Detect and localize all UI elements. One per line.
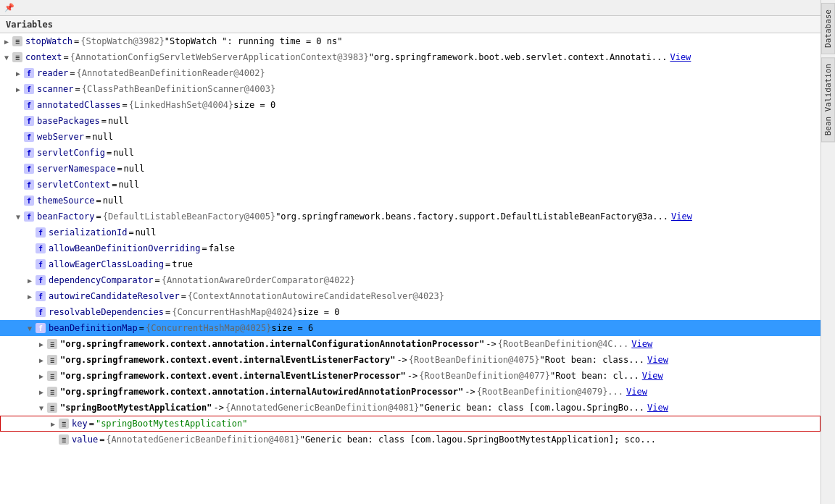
var-name: reader — [37, 68, 68, 78]
view-link[interactable]: View — [647, 403, 668, 413]
var-ref: {ConcurrentHashMap@4024} — [172, 307, 297, 317]
main-content: 📌 Variables ▶≡stopWatch = {StopWatch@398… — [0, 0, 821, 504]
var-eq: = — [64, 52, 69, 62]
table-row[interactable]: fbasePackages = null — [0, 113, 821, 129]
var-eq: -> — [486, 339, 496, 349]
var-value: "org.springframework.boot.web.servlet.co… — [369, 52, 668, 62]
table-row[interactable]: ▶≡"org.springframework.context.event.int… — [0, 368, 821, 384]
var-eq: = — [139, 323, 144, 333]
var-ref: {AnnotatedGenericBeanDefinition@4081} — [106, 434, 299, 445]
type-badge-box: ≡ — [47, 339, 57, 349]
expand-button[interactable]: ▶ — [24, 274, 36, 286]
table-row[interactable]: ▶≡"org.springframework.context.annotatio… — [0, 336, 821, 352]
type-badge-f: f — [24, 116, 34, 126]
expand-button[interactable]: ▼ — [24, 322, 36, 334]
expand-button[interactable]: ▶ — [1, 35, 12, 47]
var-eq: = — [165, 259, 170, 269]
var-eq: = — [117, 164, 122, 174]
view-link[interactable]: View — [670, 52, 691, 62]
table-row[interactable]: fserializationId = null — [0, 224, 821, 240]
table-row[interactable]: ▼≡"springBootMytestApplication" -> {Anno… — [0, 400, 821, 416]
expand-button[interactable]: ▼ — [12, 211, 24, 222]
expand-button[interactable]: ▶ — [36, 370, 47, 382]
var-name: annotatedClasses — [37, 100, 121, 110]
type-badge-box: ≡ — [12, 52, 22, 62]
var-value: size = 0 — [233, 100, 275, 110]
sidebar-tab-bean-validation[interactable]: Bean Validation — [821, 57, 835, 142]
var-value: null — [124, 164, 145, 174]
expand-button[interactable]: ▼ — [36, 402, 47, 413]
var-eq: = — [96, 211, 101, 222]
var-name: "org.springframework.context.annotation.… — [60, 339, 484, 349]
panel-title: Variables — [6, 20, 53, 30]
var-ref: {DefaultListableBeanFactory@4005} — [103, 211, 275, 222]
table-row[interactable]: fwebServer = null — [0, 129, 821, 145]
table-row[interactable]: ▼≡context = {AnnotationConfigServletWebS… — [0, 49, 821, 65]
table-row[interactable]: ▶≡"org.springframework.context.annotatio… — [0, 384, 821, 400]
type-badge-f: f — [36, 227, 46, 238]
type-badge-f: f — [24, 132, 34, 142]
view-link[interactable]: View — [647, 355, 668, 365]
var-ref: {AnnotationConfigServletWebServerApplica… — [70, 52, 369, 62]
expand-button[interactable]: ▼ — [1, 51, 12, 63]
table-row[interactable]: ▼fbeanFactory = {DefaultListableBeanFact… — [0, 209, 821, 224]
var-name: "org.springframework.context.annotation.… — [60, 387, 463, 397]
table-row[interactable]: fservletContext = null — [0, 177, 821, 193]
expand-button[interactable]: ▶ — [36, 338, 47, 350]
view-link[interactable]: View — [642, 371, 663, 381]
table-row[interactable]: ▶fscanner = {ClassPathBeanDefinitionScan… — [0, 81, 821, 97]
view-link[interactable]: View — [626, 387, 647, 397]
table-row[interactable]: fannotatedClasses = {LinkedHashSet@4004}… — [0, 97, 821, 113]
expand-button[interactable]: ▶ — [12, 67, 24, 79]
table-row[interactable]: ▶≡stopWatch = {StopWatch@3982} "StopWatc… — [0, 33, 821, 49]
type-badge-f: f — [36, 275, 46, 285]
expand-button[interactable]: ▶ — [47, 418, 59, 429]
expand-button[interactable]: ▶ — [36, 386, 47, 398]
var-ref: {AnnotatedGenericBeanDefinition@4081} — [225, 403, 419, 413]
var-name: resolvableDependencies — [49, 307, 164, 317]
var-value: null — [118, 180, 139, 190]
expand-button[interactable]: ▶ — [12, 83, 24, 95]
pin-button[interactable]: 📌 — [3, 1, 16, 14]
var-ref: {LinkedHashSet@4004} — [129, 100, 234, 110]
table-row[interactable]: fallowEagerClassLoading = true — [0, 256, 821, 272]
var-value: "Generic bean: class [com.lagou.SpringBo… — [419, 403, 644, 413]
table-row[interactable]: ≡value = {AnnotatedGenericBeanDefinition… — [0, 432, 821, 448]
table-row[interactable]: fthemeSource = null — [0, 193, 821, 209]
type-badge-f: f — [24, 180, 34, 190]
var-value: size = 0 — [298, 307, 340, 317]
table-row[interactable]: fresolvableDependencies = {ConcurrentHas… — [0, 304, 821, 320]
table-row[interactable]: fallowBeanDefinitionOverriding = false — [0, 240, 821, 256]
var-eq: -> — [465, 387, 475, 397]
var-value: null — [136, 227, 157, 238]
table-row[interactable]: fserverNamespace = null — [0, 161, 821, 177]
var-ref: {ClassPathBeanDefinitionScanner@4003} — [82, 84, 275, 94]
table-row[interactable]: fservletConfig = null — [0, 145, 821, 161]
type-badge-box: ≡ — [47, 403, 57, 413]
table-row[interactable]: ▼fbeanDefinitionMap = {ConcurrentHashMap… — [0, 320, 821, 336]
view-link[interactable]: View — [671, 211, 692, 222]
var-ref: {AnnotatedBeanDefinitionReader@4002} — [77, 68, 265, 78]
table-row[interactable]: ▶fautowireCandidateResolver = {ContextAn… — [0, 288, 821, 304]
type-badge-box: ≡ — [59, 419, 69, 429]
var-eq: = — [112, 180, 117, 190]
type-badge-f: f — [24, 211, 34, 222]
type-badge-f: f — [24, 84, 34, 94]
expand-button[interactable]: ▶ — [24, 290, 36, 302]
variables-panel[interactable]: ▶≡stopWatch = {StopWatch@3982} "StopWatc… — [0, 33, 821, 504]
table-row[interactable]: ▶≡key = "springBootMytestApplication" — [0, 416, 821, 432]
var-ref: {RootBeanDefinition@4075} — [409, 355, 540, 365]
view-link[interactable]: View — [631, 339, 652, 349]
var-eq: = — [181, 291, 186, 301]
var-name: autowireCandidateResolver — [49, 291, 180, 301]
var-value: "Root bean: class... — [539, 355, 644, 365]
sidebar-tab-database[interactable]: Database — [821, 3, 835, 54]
var-value: size = 6 — [271, 323, 313, 333]
var-value: "StopWatch ": running time = 0 ns" — [165, 36, 343, 46]
table-row[interactable]: ▶freader = {AnnotatedBeanDefinitionReade… — [0, 65, 821, 81]
var-value: "Generic bean: class [com.lagou.SpringBo… — [300, 434, 656, 445]
expand-button[interactable]: ▶ — [36, 354, 47, 366]
table-row[interactable]: ▶≡"org.springframework.context.event.int… — [0, 352, 821, 368]
table-row[interactable]: ▶fdependencyComparator = {AnnotationAwar… — [0, 272, 821, 288]
type-badge-f: f — [36, 243, 46, 253]
